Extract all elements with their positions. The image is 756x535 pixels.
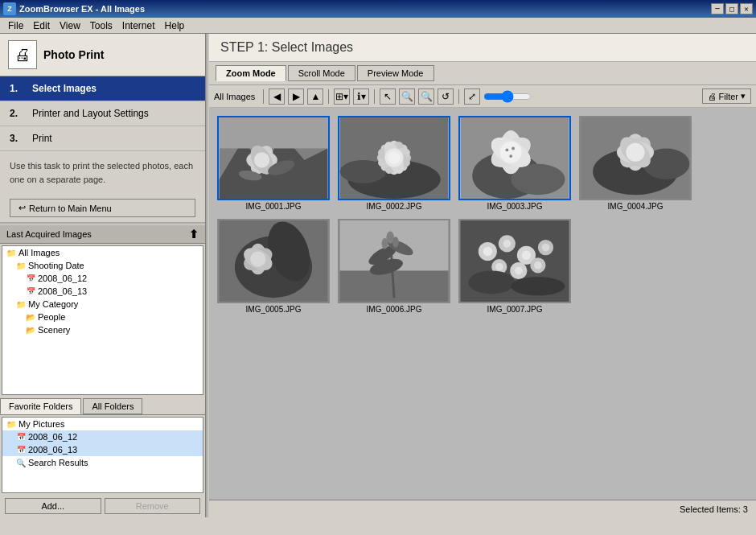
- minimize-button[interactable]: ─: [711, 3, 724, 14]
- svg-point-32: [500, 142, 522, 163]
- tree-item-people[interactable]: 📂 People: [2, 311, 203, 323]
- svg-point-22: [388, 151, 400, 163]
- photo-print-title: Photo Print: [43, 48, 104, 61]
- folder-path-label: All Images: [214, 92, 255, 101]
- svg-point-68: [522, 251, 532, 261]
- tree-item-my-category[interactable]: 📁 My Category: [2, 298, 203, 311]
- tab-all-folders[interactable]: All Folders: [83, 398, 142, 414]
- separator: [263, 89, 264, 104]
- image-item-0002[interactable]: IMG_0002.JPG: [338, 116, 450, 211]
- tree-label-2008-06-12: 2008_06_12: [38, 274, 87, 283]
- tab-preview-mode[interactable]: Preview Mode: [357, 65, 434, 81]
- folder-icon: 📁: [15, 298, 27, 310]
- maximize-button[interactable]: □: [725, 3, 738, 14]
- nav-back-button[interactable]: ◀: [269, 88, 285, 105]
- image-name-0002: IMG_0002.JPG: [367, 202, 422, 211]
- tree-item-2008-06-13[interactable]: 📅 2008_06_13: [2, 285, 203, 298]
- folder-tree-2008-06-13[interactable]: 📅 2008_06_13: [2, 443, 203, 456]
- step-1-select-images[interactable]: 1. Select Images: [0, 76, 205, 101]
- step-3-num: 3.: [10, 133, 26, 144]
- image-item-0006[interactable]: IMG_0006.JPG: [338, 219, 450, 314]
- image-thumb-0004[interactable]: [579, 116, 692, 200]
- step-2-label: Printer and Layout Settings: [32, 108, 149, 119]
- image-item-0007[interactable]: IMG_0007.JPG: [458, 219, 571, 314]
- svg-point-77: [468, 271, 515, 294]
- bottom-buttons: Add... Remove: [0, 495, 205, 517]
- menu-view[interactable]: View: [55, 19, 85, 33]
- svg-point-34: [512, 147, 515, 150]
- menu-file[interactable]: File: [3, 19, 28, 33]
- folder-tree-my-pictures[interactable]: 📁 My Pictures: [2, 418, 203, 430]
- image-name-0001: IMG_0001.JPG: [246, 202, 302, 211]
- tab-favorite-folders[interactable]: Favorite Folders: [0, 398, 81, 414]
- image-row-2: IMG_0005.JPG: [217, 219, 748, 314]
- rotate-button[interactable]: ↺: [438, 88, 454, 105]
- image-thumb-0002[interactable]: [338, 116, 450, 200]
- step-title: STEP 1: Select Images: [209, 34, 756, 62]
- image-item-0005[interactable]: IMG_0005.JPG: [217, 219, 330, 314]
- close-button[interactable]: ✕: [740, 3, 753, 14]
- calendar-icon: 📅: [25, 286, 36, 297]
- tree-panel: Last Acquired Images ⬆ 📁 All Images 📁 Sh…: [0, 225, 205, 517]
- image-item-0003[interactable]: IMG_0003.JPG: [458, 116, 571, 211]
- nav-up-button[interactable]: ▲: [307, 88, 323, 105]
- photo-print-icon: 🖨: [8, 40, 37, 69]
- remove-button[interactable]: Remove: [105, 498, 201, 514]
- step-1-label: Select Images: [32, 83, 97, 94]
- nav-forward-button[interactable]: ▶: [288, 88, 304, 105]
- step-2-printer-settings[interactable]: 2. Printer and Layout Settings: [0, 101, 205, 126]
- image-name-0005: IMG_0005.JPG: [246, 305, 302, 314]
- tab-zoom-mode[interactable]: Zoom Mode: [216, 65, 286, 81]
- tree-label-shooting-date: Shooting Date: [28, 261, 84, 270]
- filter-chevron-icon: ▾: [741, 91, 746, 101]
- svg-point-74: [515, 267, 523, 275]
- tree-item-2008-06-12[interactable]: 📅 2008_06_12: [2, 272, 203, 285]
- image-item-0001[interactable]: IMG_0001.JPG: [217, 116, 330, 211]
- image-toolbar: All Images ◀ ▶ ▲ ⊞▾ ℹ▾ ↖ 🔍 🔍 ↺ ⤢ 🖨 Filte…: [209, 85, 756, 108]
- image-thumb-0006[interactable]: [338, 219, 450, 303]
- return-to-main-menu-button[interactable]: ↩ Return to Main Menu: [10, 199, 195, 217]
- image-item-0004[interactable]: IMG_0004.JPG: [579, 116, 692, 211]
- tree-item-shooting-date[interactable]: 📁 Shooting Date: [2, 259, 203, 272]
- zoom-out-button[interactable]: 🔍: [418, 88, 434, 105]
- zoom-slider[interactable]: [483, 90, 532, 103]
- image-name-0003: IMG_0003.JPG: [487, 202, 543, 211]
- tree-label-all-images: All Images: [18, 248, 60, 257]
- image-thumb-0007[interactable]: [458, 219, 571, 303]
- step-3-print[interactable]: 3. Print: [0, 126, 205, 151]
- tree-expand-button[interactable]: ⬆: [189, 228, 199, 241]
- folder-icon: 📁: [15, 260, 27, 271]
- image-thumb-0003[interactable]: [458, 116, 571, 200]
- svg-point-59: [392, 237, 399, 247]
- step-2-num: 2.: [10, 108, 26, 119]
- folder-tree-2008-06-12[interactable]: 📅 2008_06_12: [2, 430, 203, 443]
- filter-icon: 🖨: [708, 92, 717, 101]
- svg-point-7: [254, 152, 269, 167]
- folder-tree-search-results[interactable]: 🔍 Search Results: [2, 456, 203, 469]
- tree-item-all-images[interactable]: 📁 All Images: [2, 246, 203, 259]
- add-button[interactable]: Add...: [5, 498, 101, 514]
- filter-button[interactable]: 🖨 Filter ▾: [702, 88, 751, 104]
- menu-tools[interactable]: Tools: [85, 19, 117, 33]
- menu-help[interactable]: Help: [160, 19, 190, 33]
- zoom-in-button[interactable]: 🔍: [399, 88, 415, 105]
- menu-internet[interactable]: Internet: [117, 19, 160, 33]
- folder-tree: 📁 My Pictures 📅 2008_06_12 📅 2008_06_13 …: [2, 417, 203, 493]
- svg-point-72: [495, 263, 503, 271]
- image-name-0007: IMG_0007.JPG: [487, 305, 543, 314]
- title-bar: Z ZoomBrowser EX - All Images ─ □ ✕: [0, 0, 756, 18]
- tree-item-scenery[interactable]: 📂 Scenery: [2, 323, 203, 336]
- expand-button[interactable]: ⤢: [464, 88, 480, 105]
- image-thumb-0005[interactable]: [217, 219, 330, 303]
- menu-edit[interactable]: Edit: [28, 19, 55, 33]
- view-options-button[interactable]: ⊞▾: [334, 88, 350, 105]
- select-pointer-button[interactable]: ↖: [380, 88, 396, 105]
- info-button[interactable]: ℹ▾: [353, 88, 369, 105]
- calendar-icon: 📅: [15, 444, 27, 455]
- image-thumb-0001[interactable]: [217, 116, 330, 200]
- folder-tabs: Favorite Folders All Folders: [0, 398, 205, 415]
- folder-label-2008-06-13: 2008_06_13: [28, 445, 77, 455]
- left-panel: 🖨 Photo Print 1. Select Images 2. Printe…: [0, 34, 206, 517]
- tab-scroll-mode[interactable]: Scroll Mode: [288, 65, 355, 81]
- svg-point-50: [250, 251, 265, 266]
